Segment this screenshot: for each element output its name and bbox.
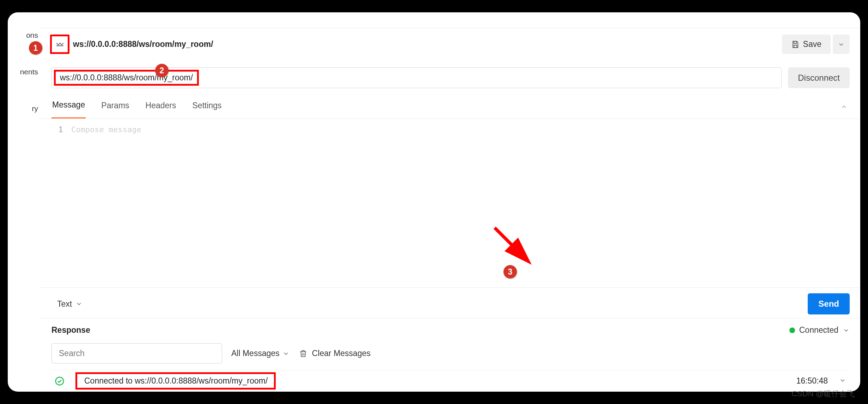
send-button[interactable]: Send	[808, 293, 850, 314]
websocket-icon	[55, 39, 65, 50]
chevron-down-icon	[75, 300, 82, 307]
save-icon	[791, 40, 800, 49]
message-text: Connected to ws://0.0.0.0:8888/ws/room/m…	[84, 376, 268, 385]
line-number: 1	[50, 125, 71, 287]
annotation-bubble-1: 1	[29, 41, 42, 55]
save-label: Save	[803, 39, 821, 49]
sidebar-item[interactable]: ry	[8, 102, 39, 116]
search-input[interactable]	[51, 343, 222, 363]
request-title: ws://0.0.0.0:8888/ws/room/my_room/	[73, 39, 213, 49]
format-dropdown[interactable]: Text	[57, 299, 82, 309]
tab-headers[interactable]: Headers	[145, 97, 177, 118]
chevron-up-icon	[841, 103, 848, 110]
compose-editor[interactable]: 1 Compose message	[39, 119, 860, 287]
filter-label: All Messages	[231, 349, 280, 358]
expand-message-button[interactable]	[836, 377, 850, 385]
sidebar-item[interactable]: nents	[8, 65, 39, 79]
tab-strip-area	[39, 12, 860, 28]
svg-point-0	[56, 377, 64, 385]
status-label: Connected	[799, 325, 838, 335]
chevron-down-icon	[282, 350, 289, 357]
annotation-bubble-3: 3	[503, 265, 517, 278]
clear-messages-button[interactable]: Clear Messages	[299, 349, 371, 358]
tab-message[interactable]: Message	[51, 97, 86, 118]
annotation-box-icon	[50, 35, 69, 54]
response-toolbar: All Messages Clear Messages	[51, 337, 850, 370]
trash-icon	[299, 349, 308, 358]
save-button[interactable]: Save	[782, 35, 831, 54]
response-title: Response	[51, 325, 90, 335]
clear-label: Clear Messages	[312, 349, 371, 358]
annotation-box-url: ws://0.0.0.0:8888/ws/room/my_room/	[54, 70, 199, 86]
chevron-down-icon	[838, 41, 845, 48]
response-section: Response Connected All Messages Clear Me…	[39, 318, 860, 392]
save-group: Save	[782, 35, 850, 54]
app-window: ons nents ry ws://0.0.0.0:8888/ws/room/m…	[8, 12, 860, 392]
tab-params[interactable]: Params	[100, 97, 130, 118]
chevron-down-icon	[839, 377, 846, 384]
filter-dropdown[interactable]: All Messages	[231, 349, 289, 358]
message-status-icon-cell	[51, 376, 68, 386]
check-circle-icon	[54, 376, 65, 386]
sidebar-item[interactable]: ons	[8, 28, 39, 42]
format-label: Text	[57, 299, 72, 309]
tab-settings[interactable]: Settings	[192, 97, 222, 118]
connection-status[interactable]: Connected	[789, 325, 850, 335]
status-dot-icon	[789, 328, 795, 333]
save-more-button[interactable]	[833, 35, 850, 54]
annotation-bubble-2: 2	[155, 64, 169, 77]
compose-footer: Text Send	[39, 287, 860, 318]
collapse-panel-button[interactable]	[841, 103, 850, 112]
annotation-box-message: Connected to ws://0.0.0.0:8888/ws/room/m…	[75, 372, 276, 390]
response-header: Response Connected	[51, 325, 850, 337]
compose-placeholder: Compose message	[71, 125, 141, 287]
disconnect-button[interactable]: Disconnect	[788, 67, 850, 88]
tabs-row: Message Params Headers Settings	[39, 93, 860, 119]
title-row: ws://0.0.0.0:8888/ws/room/my_room/ Save	[39, 28, 860, 59]
chevron-down-icon	[843, 327, 850, 334]
message-time: 16:50:48	[796, 376, 828, 386]
message-row[interactable]: Connected to ws://0.0.0.0:8888/ws/room/m…	[51, 370, 850, 392]
